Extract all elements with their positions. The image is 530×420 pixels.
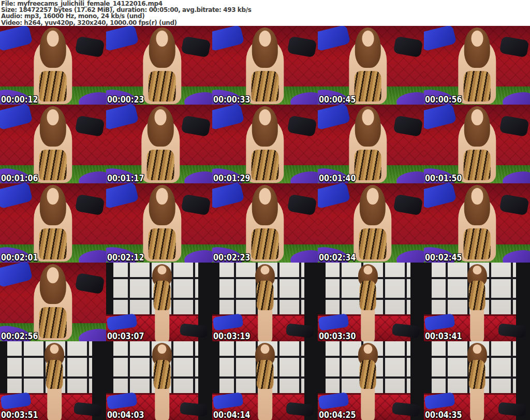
video-thumbnail: 00:02:45 xyxy=(424,183,530,262)
thumbnail-timestamp: 00:00:12 xyxy=(1,94,38,104)
person-figure xyxy=(132,27,192,105)
person-figure xyxy=(38,343,72,420)
figure-face-shape xyxy=(155,109,167,125)
tiger-print-outfit-shape xyxy=(46,360,63,389)
person-figure xyxy=(145,343,180,420)
person-figure xyxy=(351,264,385,341)
thumbnail-timestamp: 00:00:45 xyxy=(319,94,356,104)
video-thumbnail: 00:04:35 xyxy=(424,341,530,420)
tiger-print-outfit-shape xyxy=(39,150,67,181)
thumbnail-timestamp: 00:02:23 xyxy=(213,252,251,262)
thumbnail-timestamp: 00:03:07 xyxy=(107,331,144,341)
tiger-print-outfit-shape xyxy=(354,71,381,102)
person-figure xyxy=(248,343,282,420)
video-thumbnail: 00:01:40 xyxy=(318,105,424,183)
tiger-print-outfit-shape xyxy=(468,281,485,310)
tiger-print-outfit-shape xyxy=(149,228,176,259)
black-pillow-shape xyxy=(393,36,423,58)
figure-face-shape xyxy=(473,266,481,275)
person-figure xyxy=(145,264,180,341)
person-figure xyxy=(460,343,494,420)
video-thumbnail: 00:00:33 xyxy=(212,26,318,105)
tiger-print-outfit-shape xyxy=(39,307,67,338)
tiger-print-outfit-shape xyxy=(359,360,376,389)
video-thumbnail: 00:02:23 xyxy=(212,183,318,262)
video-thumbnail: 00:00:23 xyxy=(106,26,212,105)
person-figure xyxy=(23,106,83,183)
thumbnail-timestamp: 00:03:51 xyxy=(1,410,38,419)
figure-face-shape xyxy=(47,109,59,125)
video-thumbnail: 00:04:25 xyxy=(318,341,424,420)
thumbnail-timestamp: 00:04:35 xyxy=(425,410,462,419)
tiger-print-outfit-shape xyxy=(252,71,279,102)
video-thumbnail: 00:02:34 xyxy=(318,183,424,262)
tiger-print-outfit-shape xyxy=(149,71,176,102)
person-figure xyxy=(338,106,398,183)
tiger-print-outfit-shape xyxy=(39,228,67,259)
tiger-print-outfit-shape xyxy=(252,228,279,259)
thumbnail-timestamp: 00:01:40 xyxy=(319,173,356,183)
person-figure xyxy=(23,185,83,262)
thumbnail-timestamp: 00:04:03 xyxy=(107,410,144,419)
person-figure xyxy=(131,106,190,183)
tiger-print-outfit-shape xyxy=(359,281,376,310)
video-thumbnail: 00:04:03 xyxy=(106,341,212,420)
person-figure xyxy=(343,185,403,262)
figure-face-shape xyxy=(158,344,167,354)
person-figure xyxy=(235,185,295,262)
figure-face-shape xyxy=(259,188,271,204)
thumbnail-timestamp: 00:03:30 xyxy=(319,331,356,341)
figure-face-shape xyxy=(471,109,483,125)
figure-face-shape xyxy=(158,266,167,275)
tiger-print-outfit-shape xyxy=(147,150,174,181)
person-figure xyxy=(351,343,385,420)
figure-face-shape xyxy=(50,344,59,354)
figure-face-shape xyxy=(47,267,59,283)
figure-face-shape xyxy=(363,344,372,354)
thumbnail-timestamp: 00:03:41 xyxy=(425,331,462,341)
metadata-audio-line: Audio: mp3, 16000 Hz, mono, 24 kb/s (und… xyxy=(1,13,530,19)
thumbnail-timestamp: 00:03:19 xyxy=(213,331,251,341)
tiger-print-outfit-shape xyxy=(359,228,386,259)
video-thumbnail: 00:01:29 xyxy=(212,105,318,183)
thumbnail-timestamp: 00:04:14 xyxy=(213,410,251,419)
tiger-print-outfit-shape xyxy=(463,150,491,181)
person-figure xyxy=(23,27,83,105)
figure-face-shape xyxy=(259,109,271,125)
video-thumbnail: 00:03:30 xyxy=(318,263,424,341)
figure-face-shape xyxy=(260,266,269,275)
tiger-print-outfit-shape xyxy=(154,360,171,389)
video-thumbnail: 00:02:56 xyxy=(0,263,106,341)
person-figure xyxy=(447,27,507,105)
tiger-print-outfit-shape xyxy=(463,228,491,259)
figure-face-shape xyxy=(259,31,271,47)
metadata-video-line: Video: h264, yuv420p, 320x240, 1000.00 f… xyxy=(1,20,530,26)
thumbnail-timestamp: 00:01:29 xyxy=(213,173,251,183)
thumbnail-grid: 00:00:12 00:00:23 00:00:33 xyxy=(0,26,530,420)
thumbnail-timestamp: 00:00:23 xyxy=(107,94,144,104)
person-figure xyxy=(132,185,192,262)
tiger-print-outfit-shape xyxy=(463,71,491,102)
thumbnail-timestamp: 00:02:12 xyxy=(107,252,144,262)
tiger-print-outfit-shape xyxy=(468,360,485,389)
tiger-print-outfit-shape xyxy=(257,281,274,310)
figure-face-shape xyxy=(47,188,59,204)
figure-face-shape xyxy=(471,188,483,204)
thumbnail-timestamp: 00:00:33 xyxy=(213,94,251,104)
person-figure xyxy=(235,106,295,183)
tiger-print-outfit-shape xyxy=(39,71,67,102)
thumbnail-timestamp: 00:02:45 xyxy=(425,252,462,262)
thumbnail-timestamp: 00:02:34 xyxy=(319,252,356,262)
metadata-header: File: myfreecams_julichili_female_141220… xyxy=(0,0,530,26)
video-thumbnail: 00:02:01 xyxy=(0,183,106,262)
person-figure xyxy=(235,27,295,105)
figure-face-shape xyxy=(471,31,483,47)
tiger-print-outfit-shape xyxy=(252,150,279,181)
video-thumbnail: 00:00:12 xyxy=(0,26,106,105)
figure-face-shape xyxy=(156,188,168,204)
figure-face-shape xyxy=(473,344,481,354)
figure-face-shape xyxy=(362,109,374,125)
person-figure xyxy=(460,264,494,341)
person-figure xyxy=(23,264,83,341)
video-thumbnail: 00:03:41 xyxy=(424,263,530,341)
